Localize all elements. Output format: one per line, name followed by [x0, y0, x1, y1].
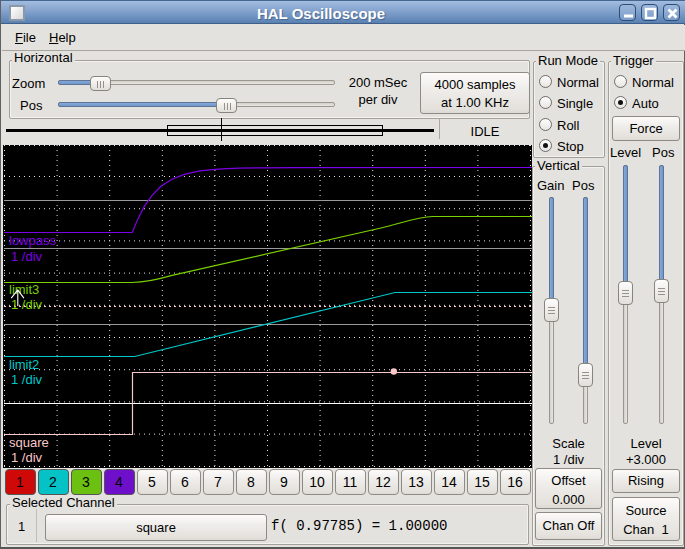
svg-text:lowpass: lowpass — [9, 233, 56, 248]
svg-text:1 /div: 1 /div — [11, 372, 43, 387]
svg-text:square: square — [9, 435, 49, 450]
svg-text:1 /div: 1 /div — [11, 249, 43, 264]
svg-text:1 /div: 1 /div — [11, 450, 43, 465]
svg-text:1 /div: 1 /div — [11, 297, 43, 312]
svg-text:limit2: limit2 — [9, 357, 39, 372]
